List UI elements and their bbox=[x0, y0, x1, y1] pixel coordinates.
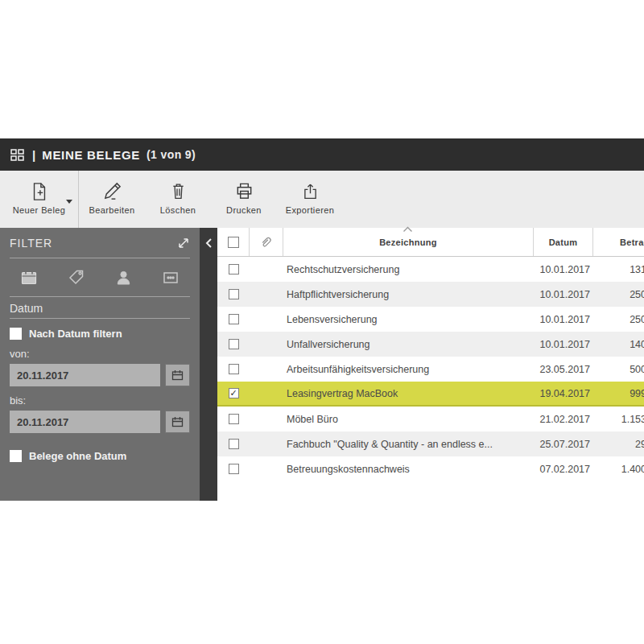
new-receipt-button[interactable]: Neuer Beleg bbox=[0, 171, 79, 228]
filter-by-date-checkbox[interactable]: Nach Datum filtern bbox=[10, 328, 190, 340]
row-date: 07.02.2017 bbox=[534, 464, 593, 475]
title-separator: | bbox=[32, 148, 35, 162]
row-name: Haftpflichtversicherung bbox=[283, 289, 534, 300]
toolbar: Neuer Beleg Bearbeiten Löschen bbox=[0, 171, 644, 228]
row-checkbox-cell bbox=[217, 264, 250, 275]
filter-tab-options[interactable] bbox=[161, 269, 180, 287]
edit-label: Bearbeiten bbox=[89, 205, 134, 215]
amount-column-header[interactable]: Betrag bbox=[593, 228, 644, 256]
table-row[interactable]: Leasingvertrag MacBook 19.04.2017 999 bbox=[217, 382, 644, 407]
page-title: MEINE BELEGE bbox=[42, 148, 140, 162]
filter-tab-date[interactable] bbox=[19, 269, 39, 287]
modules-grid-icon[interactable] bbox=[10, 149, 24, 161]
export-label: Exportieren bbox=[286, 205, 335, 215]
row-date: 10.01.2017 bbox=[534, 314, 593, 325]
date-from-input[interactable]: 20.11.2017 bbox=[10, 364, 160, 386]
new-receipt-label: Neuer Beleg bbox=[13, 205, 66, 215]
new-document-icon bbox=[30, 180, 49, 203]
receipts-without-date-label: Belege ohne Datum bbox=[29, 450, 126, 462]
export-button[interactable]: Exportieren bbox=[277, 171, 343, 228]
table-row[interactable]: Haftpflichtversicherung 10.01.2017 250 bbox=[217, 282, 644, 307]
row-checkbox-cell bbox=[217, 314, 250, 324]
table-row[interactable]: Rechtschutzversicherung 10.01.2017 131 bbox=[217, 257, 644, 282]
checkbox-icon[interactable] bbox=[10, 328, 22, 340]
row-checkbox-cell bbox=[217, 414, 250, 424]
filter-panel-title: FILTER bbox=[10, 237, 52, 250]
row-amount: 250 bbox=[593, 289, 644, 300]
table-row[interactable]: Lebensversicherung 10.01.2017 250 bbox=[217, 307, 644, 332]
row-checkbox-cell bbox=[217, 364, 250, 374]
print-label: Drucken bbox=[226, 205, 262, 215]
titlebar: | MEINE BELEGE (1 von 9) bbox=[0, 138, 644, 171]
trash-icon bbox=[169, 180, 188, 203]
row-checkbox[interactable] bbox=[229, 388, 239, 398]
row-checkbox-cell bbox=[217, 439, 250, 449]
row-name: Betreuungskostennachweis bbox=[283, 464, 534, 475]
table-row[interactable]: Betreuungskostennachweis 07.02.2017 1.40… bbox=[217, 456, 644, 481]
date-section-label: Datum bbox=[10, 298, 190, 318]
row-amount: 250 bbox=[593, 314, 644, 325]
divider bbox=[10, 296, 190, 297]
selection-count: (1 von 9) bbox=[147, 148, 196, 161]
date-from-label: von: bbox=[10, 348, 190, 360]
sidebar-collapse-strip[interactable] bbox=[200, 228, 217, 501]
edit-button[interactable]: Bearbeiten bbox=[79, 171, 145, 228]
row-amount: 29 bbox=[593, 439, 644, 450]
row-date: 10.01.2017 bbox=[534, 339, 593, 350]
filter-tab-person[interactable] bbox=[114, 269, 133, 287]
date-to-input[interactable]: 20.11.2017 bbox=[10, 411, 160, 433]
row-name: Möbel Büro bbox=[283, 414, 534, 425]
filter-tab-tag[interactable] bbox=[67, 269, 85, 287]
new-receipt-dropdown-caret[interactable] bbox=[66, 200, 72, 204]
collapse-table-header-icon[interactable] bbox=[402, 221, 413, 236]
table-row[interactable]: Unfallversicherung 10.01.2017 140 bbox=[217, 332, 644, 357]
row-checkbox[interactable] bbox=[229, 264, 239, 275]
row-checkbox[interactable] bbox=[229, 414, 239, 424]
row-date: 10.01.2017 bbox=[534, 264, 593, 275]
delete-button[interactable]: Löschen bbox=[145, 171, 211, 228]
attachment-column-header[interactable] bbox=[250, 228, 283, 256]
date-column-header[interactable]: Datum bbox=[534, 228, 593, 256]
date-to-calendar-button[interactable] bbox=[165, 411, 190, 433]
row-checkbox[interactable] bbox=[229, 364, 239, 374]
table-row[interactable]: Fachbuch "Quality & Quantity - an endles… bbox=[217, 431, 644, 456]
row-checkbox[interactable] bbox=[229, 439, 239, 449]
row-amount: 999 bbox=[593, 388, 644, 399]
date-from-calendar-button[interactable] bbox=[165, 364, 190, 386]
row-checkbox[interactable] bbox=[229, 339, 239, 349]
row-checkbox[interactable] bbox=[229, 314, 239, 324]
table-body: Rechtschutzversicherung 10.01.2017 131 H… bbox=[217, 257, 644, 481]
row-amount: 140 bbox=[593, 339, 644, 350]
row-name: Leasingvertrag MacBook bbox=[283, 388, 534, 399]
row-name: Arbeitsunfähigkeitsversicherung bbox=[283, 364, 534, 375]
row-date: 23.05.2017 bbox=[534, 364, 593, 375]
row-name: Fachbuch "Quality & Quantity - an endles… bbox=[283, 439, 534, 450]
row-amount: 500 bbox=[593, 364, 644, 375]
filter-sidebar: FILTER bbox=[0, 228, 200, 501]
row-name: Rechtschutzversicherung bbox=[283, 264, 534, 275]
delete-label: Löschen bbox=[160, 205, 196, 215]
row-checkbox[interactable] bbox=[229, 464, 239, 474]
date-to-label: bis: bbox=[10, 394, 190, 407]
pencil-icon bbox=[102, 180, 122, 203]
row-name: Lebensversicherung bbox=[283, 314, 534, 325]
receipts-without-date-checkbox[interactable]: Belege ohne Datum bbox=[10, 450, 190, 462]
print-button[interactable]: Drucken bbox=[211, 171, 277, 228]
row-date: 19.04.2017 bbox=[534, 388, 593, 399]
row-amount: 1.153 bbox=[593, 414, 644, 425]
table-row[interactable]: Möbel Büro 21.02.2017 1.153 bbox=[217, 407, 644, 431]
content-area: FILTER bbox=[0, 228, 644, 501]
checkbox-icon[interactable] bbox=[10, 450, 22, 462]
expand-filter-icon[interactable] bbox=[177, 237, 190, 250]
row-checkbox-cell bbox=[217, 289, 250, 299]
select-all-checkbox[interactable] bbox=[228, 237, 239, 248]
printer-icon bbox=[234, 180, 254, 203]
row-checkbox[interactable] bbox=[229, 289, 239, 299]
filter-by-date-label: Nach Datum filtern bbox=[29, 328, 122, 340]
row-date: 21.02.2017 bbox=[534, 414, 593, 425]
table-row[interactable]: Arbeitsunfähigkeitsversicherung 23.05.20… bbox=[217, 357, 644, 382]
row-date: 25.07.2017 bbox=[534, 439, 593, 450]
row-name: Unfallversicherung bbox=[283, 339, 534, 350]
row-amount: 1.400 bbox=[593, 464, 644, 475]
paperclip-icon bbox=[259, 235, 273, 249]
